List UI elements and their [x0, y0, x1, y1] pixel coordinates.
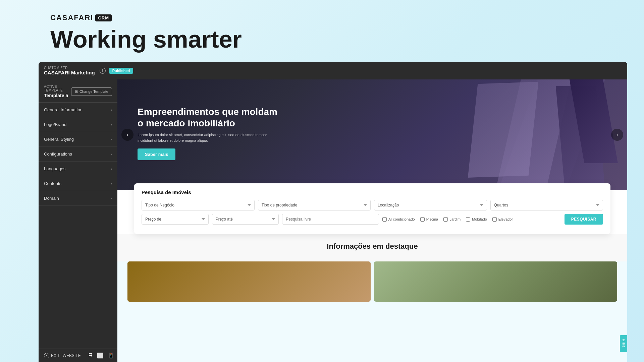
hero-section: ‹ › Empreendimentos que moldam o mercado…: [117, 79, 627, 190]
website-label: WEBSITE: [63, 353, 81, 358]
exit-circle-icon: ✕: [44, 353, 49, 358]
sidebar-item-general-styling[interactable]: General Styling ›: [39, 132, 117, 147]
search-panel-title: Pesquisa de Imóveis: [142, 189, 603, 195]
sidebar-nav: General Information › Logo/Brand › Gener…: [39, 103, 117, 349]
chevron-icon: ›: [111, 137, 112, 142]
mobilado-checkbox[interactable]: Mobilado: [466, 217, 487, 222]
preco-ate-select[interactable]: Preço até: [212, 214, 279, 225]
search-panel-wrapper: Pesquisa de Imóveis Tipo de Negócio Tipo…: [117, 190, 627, 234]
tipo-propriedade-select[interactable]: Tipo de propriedade: [258, 200, 371, 210]
hero-text: Empreendimentos que moldam o mercado imo…: [138, 106, 278, 160]
chevron-icon: ›: [111, 167, 112, 171]
search-row-2: Preço de Preço até Ar condicionado: [142, 214, 603, 225]
info-section: Informações em destaque: [117, 234, 627, 261]
active-template-name: Template 5: [44, 93, 71, 98]
sidebar-item-languages[interactable]: Languages ›: [39, 162, 117, 176]
hero-subtext: Lorem ipsum dolor sit amet, consectetur …: [138, 132, 278, 143]
preco-de-select[interactable]: Preço de: [142, 214, 209, 225]
brand-name: CASAFARI: [50, 13, 93, 22]
info-icon[interactable]: ℹ: [100, 68, 106, 74]
chevron-icon: ›: [111, 181, 112, 186]
hero-next-button[interactable]: ›: [611, 129, 623, 141]
cms-header-info: Customizer CASAFARI Marketing: [44, 66, 95, 75]
jardim-checkbox[interactable]: Jardim: [443, 217, 461, 222]
featured-image-2: [374, 261, 617, 302]
hero-prev-button[interactable]: ‹: [121, 129, 133, 141]
sidebar-item-logo-brand[interactable]: Logo/Brand ›: [39, 117, 117, 132]
hide-panel-button[interactable]: HIDE: [620, 335, 627, 352]
published-badge: Published: [109, 68, 133, 74]
mobile-icon[interactable]: 📱: [108, 352, 114, 359]
sidebar: Active Template Template 5 ⊞ Change Temp…: [39, 79, 117, 362]
sidebar-item-configurations[interactable]: Configurations ›: [39, 147, 117, 162]
cms-window: Customizer CASAFARI Marketing ℹ Publishe…: [39, 62, 627, 362]
hero-shapes: [321, 79, 627, 190]
pesquisa-livre-input[interactable]: [282, 214, 379, 225]
active-template-label: Active Template: [44, 85, 71, 92]
active-template-section: Active Template Template 5 ⊞ Change Temp…: [39, 79, 117, 103]
brand-logo: CASAFARI CRM: [50, 13, 644, 22]
search-panel: Pesquisa de Imóveis Tipo de Negócio Tipo…: [134, 183, 610, 234]
chevron-icon: ›: [111, 152, 112, 157]
elevador-checkbox[interactable]: Elevador: [492, 217, 513, 222]
localizacao-select[interactable]: Localização: [374, 200, 487, 210]
exit-button[interactable]: ✕ EXIT: [44, 353, 60, 358]
chevron-icon: ›: [111, 122, 112, 127]
sidebar-item-contents[interactable]: Contents ›: [39, 176, 117, 191]
search-row-1: Tipo de Negócio Tipo de propriedade Loca…: [142, 200, 603, 210]
customizer-label: Customizer: [44, 66, 95, 70]
desktop-icon[interactable]: 🖥: [88, 352, 93, 359]
brand-crm-badge: CRM: [95, 14, 112, 21]
cms-header: Customizer CASAFARI Marketing ℹ Publishe…: [39, 62, 627, 79]
search-checkboxes: Ar condicionado Piscina Jardim: [382, 214, 561, 225]
cms-body: Active Template Template 5 ⊞ Change Temp…: [39, 79, 627, 362]
sidebar-item-general-information[interactable]: General Information ›: [39, 103, 117, 117]
page-heading: Working smarter: [50, 26, 644, 53]
featured-images-row: [117, 261, 627, 302]
cms-header-title: CASAFARI Marketing: [44, 70, 95, 75]
quartos-select[interactable]: Quartos: [490, 200, 603, 210]
chevron-icon: ›: [111, 108, 112, 112]
device-icons: 🖥 ⬜ 📱: [88, 352, 114, 359]
change-template-button[interactable]: ⊞ Change Template: [71, 87, 112, 96]
ar-condicionado-checkbox[interactable]: Ar condicionado: [382, 217, 415, 222]
tablet-icon[interactable]: ⬜: [97, 352, 104, 359]
piscina-checkbox[interactable]: Piscina: [420, 217, 438, 222]
hero-heading: Empreendimentos que moldam o mercado imo…: [138, 106, 278, 129]
building-shape-4: [468, 82, 538, 178]
active-template-info: Active Template Template 5: [44, 85, 71, 98]
main-content: ‹ › Empreendimentos que moldam o mercado…: [117, 79, 627, 362]
featured-image-1: [127, 261, 371, 302]
info-section-title: Informações em destaque: [127, 242, 617, 251]
search-button[interactable]: PESQUISAR: [565, 214, 603, 225]
sidebar-item-domain[interactable]: Domain ›: [39, 191, 117, 206]
template-icon: ⊞: [75, 89, 78, 94]
chevron-icon: ›: [111, 196, 112, 201]
sidebar-footer: ✕ EXIT WEBSITE 🖥 ⬜ 📱: [39, 349, 117, 362]
tipo-negocio-select[interactable]: Tipo de Negócio: [142, 200, 255, 210]
hero-cta-button[interactable]: Saber mais: [138, 148, 175, 160]
